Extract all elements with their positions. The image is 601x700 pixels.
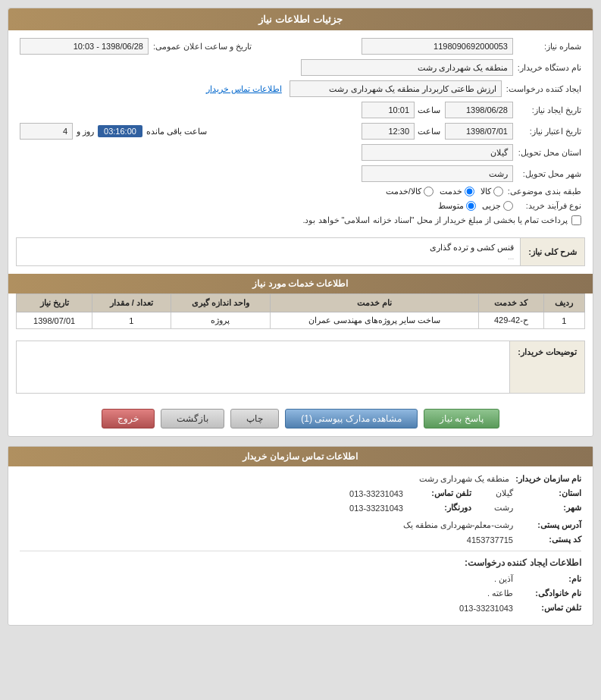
services-title: اطلاعات خدمات مورد نیاز <box>8 274 593 293</box>
col-header-5: تاریخ نیاز <box>17 294 92 312</box>
creator-section-title: اطلاعات ایجاد کننده درخواست: <box>20 557 581 568</box>
post-code-value: 4153737715 <box>467 535 513 545</box>
cell-tarikh: 1398/07/01 <box>17 312 92 329</box>
tarikh-etebar-date: 1398/07/01 <box>445 123 513 140</box>
tarikh-etebar-label: تاریخ اعتبار نیاز: <box>513 127 581 137</box>
shahr-label: شهر محل تحویل: <box>513 169 581 179</box>
shahr-value: رشت <box>362 165 513 182</box>
creator-family-label: نام خانوادگی: <box>513 589 581 598</box>
sharh-label: شرح کلی نیاز: <box>520 238 584 265</box>
now-farayand-label: نوع فرآیند خرید: <box>513 201 581 211</box>
col-header-4: تعداد / مقدار <box>92 294 171 312</box>
radio-kala[interactable]: کالا <box>480 187 503 196</box>
creator-family-value: طاعته . <box>487 589 513 598</box>
table-row: 1ح-42-429ساخت سایر پروژه‌های مهندسی عمرا… <box>17 312 585 329</box>
post-code-label: کد پستی: <box>513 535 581 545</box>
touziyat-value <box>17 341 509 393</box>
touziyat-label: توضیحات خریدار: <box>509 341 584 393</box>
creator-name-label: نام: <box>513 574 581 584</box>
sharh-value: قنس کشی و ترده گذاری ... <box>17 238 520 265</box>
ijad-konande-value: ارزش طاعتی کاربردار منطقه یک شهرداری رشت <box>290 80 502 97</box>
main-title: جزئیات اطلاعات نیاز <box>8 8 593 30</box>
shomara-niyaz-label: شماره نیاز: <box>513 42 581 52</box>
services-table: ردیفکد خدمتنام خدمتواحد اندازه گیریتعداد… <box>16 293 585 329</box>
khorooj-button[interactable]: خروج <box>102 409 155 428</box>
ijad-konande-link[interactable]: اطلاعات تماس خریدار <box>206 84 282 94</box>
cell-radif: 1 <box>543 312 584 329</box>
tarikh-etebar-time: 12:30 <box>362 123 415 140</box>
button-row: پاسخ به نیاز مشاهده مدارک پیوستی (1) چاپ… <box>8 401 593 436</box>
telefon-contact-label: تلفن تماس: <box>403 488 471 498</box>
radio-kala-khedmat[interactable]: کالا/خدمت <box>386 187 434 196</box>
moshahedeh-button[interactable]: مشاهده مدارک پیوستی (1) <box>285 409 418 428</box>
nam-dastgah-value: منطقه یک شهرداری رشت <box>301 59 513 76</box>
tarikh-ijad-label: تاریخ ایجاد نیاز: <box>513 105 581 115</box>
remaining-suffix: ساعت باقی مانده <box>142 127 207 137</box>
tarikh-ijad-time: 10:01 <box>362 102 415 118</box>
checkbox-esnad[interactable] <box>571 215 581 225</box>
nam-dastgah-label: نام دستگاه خریدار: <box>513 63 581 73</box>
divider <box>20 551 581 551</box>
doornegar-value: 013-33231043 <box>349 504 403 513</box>
remaining-time: 03:16:00 <box>98 125 142 137</box>
creator-name-value: آذین . <box>494 574 513 584</box>
checkbox-text: پرداخت تمام یا بخشی از مبلغ خریدار از مح… <box>302 215 568 225</box>
bazgasht-button[interactable]: بازگشت <box>161 409 224 428</box>
col-header-0: ردیف <box>543 294 584 312</box>
tarikh-ijad-date: 1398/06/28 <box>445 102 513 118</box>
ostan-contact-value: گیلان <box>496 488 513 498</box>
cell-kod: ح-42-429 <box>479 312 543 329</box>
pasokh-button[interactable]: پاسخ به نیاز <box>424 409 499 428</box>
cell-vahed: پروژه <box>171 312 270 329</box>
col-header-1: کد خدمت <box>479 294 543 312</box>
col-header-2: نام خدمت <box>270 294 479 312</box>
cell-tedad: 1 <box>92 312 171 329</box>
ostan-value: گیلان <box>362 144 513 161</box>
checkbox-row: پرداخت تمام یا بخشی از مبلغ خریدار از مح… <box>20 215 581 225</box>
shahr-contact-label: شهر: <box>513 503 581 513</box>
cell-name: ساخت سایر پروژه‌های مهندسی عمران <box>270 312 479 329</box>
tabaqe-label: طبقه بندی موضوعی: <box>503 187 581 196</box>
telefon-contact-value: 013-33231043 <box>349 489 403 498</box>
radio-mottavaset[interactable]: متوسط <box>438 201 476 211</box>
contact-org-title: اطلاعات تماس سازمان خریدار <box>8 447 593 466</box>
nam-sazman-label: نام سازمان خریدار: <box>509 474 581 484</box>
tarikh-ijad-time-label: ساعت <box>418 105 440 115</box>
creator-telefon-value: 013-33231043 <box>459 604 513 613</box>
remaining-label: روز و <box>73 127 98 137</box>
ostan-label: استان محل تحویل: <box>513 148 581 158</box>
doornegar-label: دورنگار: <box>403 503 471 513</box>
ijad-konande-label: ایجاد کننده درخواست: <box>502 84 581 94</box>
tarikh-value: 1398/06/28 - 10:03 <box>20 38 149 55</box>
nam-sazman-value: منطقه یک شهرداری رشت <box>419 474 509 484</box>
chap-button[interactable]: چاپ <box>230 409 279 428</box>
creator-telefon-label: تلفن تماس: <box>513 603 581 613</box>
radio-khedmat[interactable]: خدمت <box>440 187 474 196</box>
tarikh-label: تاریخ و ساعت اعلان عمومی: <box>149 42 252 52</box>
radio-jozyi[interactable]: جزیی <box>482 201 513 211</box>
address-label: آدرس پستی: <box>513 520 581 530</box>
shomara-niyaz-value: 1198090692000053 <box>362 38 513 55</box>
address-value: رشت-معلم-شهرداری منطقه یک <box>403 520 513 530</box>
tarikh-etebar-time-label: ساعت <box>418 127 440 137</box>
remaining-days: 4 <box>20 123 73 140</box>
col-header-3: واحد اندازه گیری <box>171 294 270 312</box>
ostan-contact-label: استان: <box>513 488 581 498</box>
shahr-contact-value: رشت <box>494 503 513 513</box>
